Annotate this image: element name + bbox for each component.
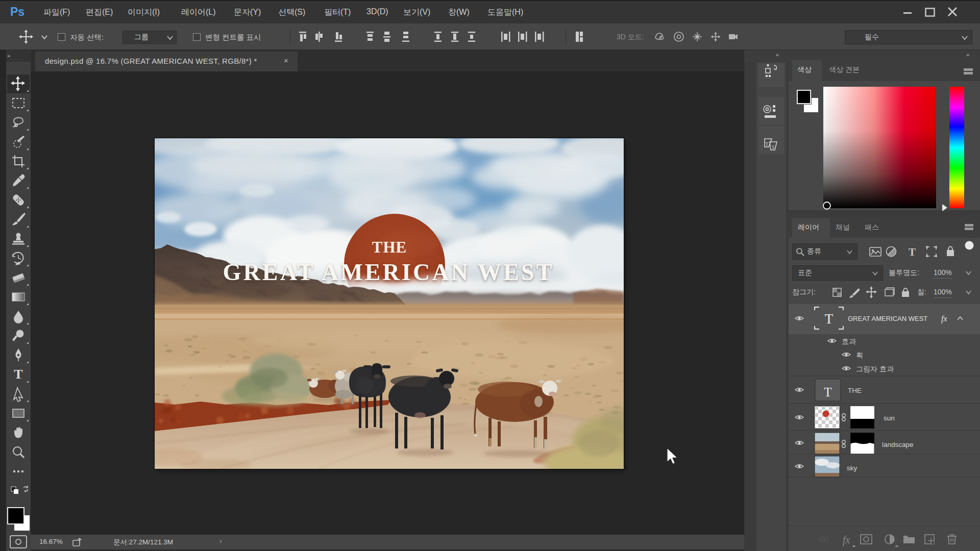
svg-text:T: T [14,367,22,382]
svg-text:landscape: landscape [882,441,914,448]
svg-text:fx: fx [843,534,850,546]
svg-text:sun: sun [884,414,895,422]
svg-text:T: T [765,141,769,147]
svg-text:GREAT AMERICAN WEST: GREAT AMERICAN WEST [223,259,555,285]
svg-text:S: S [772,144,775,150]
svg-text:획: 획 [856,351,863,359]
svg-text:GREAT AMERICAN WEST: GREAT AMERICAN WEST [848,315,927,322]
svg-text:T: T [824,385,831,399]
svg-text:fx: fx [941,314,947,323]
svg-text:THE: THE [848,387,862,394]
svg-text:그림자 효과: 그림자 효과 [856,365,894,373]
svg-text:T: T [909,246,916,258]
svg-text:THE: THE [372,238,407,256]
svg-text:T: T [825,311,834,327]
svg-text:효과: 효과 [842,337,856,345]
svg-text:sky: sky [847,464,857,472]
